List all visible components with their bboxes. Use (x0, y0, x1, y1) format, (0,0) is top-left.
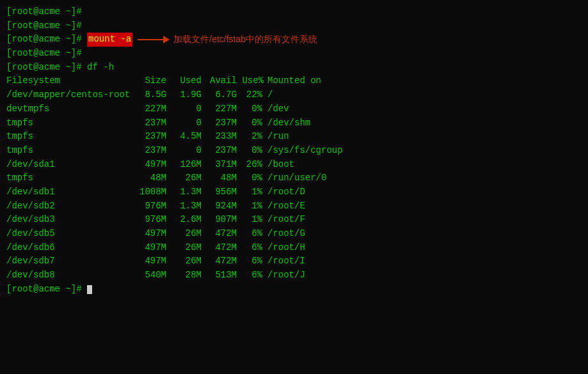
fs-size: 1008M (131, 185, 166, 199)
fs-mount: /boot (267, 158, 294, 172)
terminal-last-line: [root@acme ~]# (6, 283, 582, 297)
prompt: [root@acme ~]# df -h (6, 61, 114, 75)
df-row: /dev/sdb3 976M 2.6M 907M 1%/root/F (6, 213, 582, 227)
fs-name: /dev/sdb2 (6, 199, 131, 214)
fs-size: 48M (131, 171, 166, 185)
fs-name: /dev/sdb7 (6, 254, 131, 269)
df-row: tmpfs237M 0 237M 0%/dev/shm (6, 116, 582, 130)
fs-name: /dev/sdb8 (6, 269, 131, 283)
fs-avail: 237M (202, 116, 237, 130)
fs-size: 237M (131, 130, 166, 144)
fs-size: 8.5G (131, 88, 166, 102)
col-filesystem-header: Filesystem (6, 74, 131, 88)
fs-avail: 513M (202, 269, 237, 283)
fs-size: 540M (131, 269, 166, 283)
fs-size: 976M (131, 213, 166, 227)
df-row: /dev/sdb7 497M 26M 472M 6%/root/I (6, 254, 582, 269)
fs-used: 1.3M (166, 199, 202, 214)
fs-use: 0% (237, 171, 262, 185)
fs-avail: 472M (202, 227, 237, 241)
prompt: [root@acme ~]# (6, 19, 82, 33)
fs-avail: 233M (202, 130, 237, 144)
fs-mount: /run (267, 130, 289, 144)
fs-size: 237M (131, 144, 166, 158)
fs-mount: /dev (267, 102, 289, 116)
fs-use: 6% (237, 254, 262, 269)
arrow-head (163, 36, 170, 43)
fs-used: 26M (166, 171, 202, 185)
fs-size: 497M (131, 227, 166, 241)
fs-size: 976M (131, 199, 166, 214)
fs-name: tmpfs (6, 130, 131, 144)
prompt: [root@acme ~]# (6, 283, 87, 297)
df-row: /dev/sdb8 540M 28M 513M 6%/root/J (6, 269, 582, 283)
fs-avail: 237M (202, 144, 237, 158)
fs-name: /dev/mapper/centos-root (6, 88, 131, 102)
fs-used: 0 (166, 116, 202, 130)
fs-used: 2.6M (166, 213, 202, 227)
fs-avail: 6.7G (202, 88, 237, 102)
prompt: [root@acme ~]# (6, 47, 82, 61)
df-row: /dev/sdb2 976M 1.3M 924M 1%/root/E (6, 199, 582, 214)
fs-use: 1% (237, 213, 262, 227)
fs-name: devtmpfs (6, 102, 131, 116)
mount-command-line: [root@acme ~]# mount -a 加载文件/etc/fstab中的… (6, 33, 582, 47)
fs-mount: /run/user/0 (267, 171, 326, 185)
fs-used: 26M (166, 241, 202, 255)
fs-use: 26% (237, 158, 262, 172)
fs-size: 227M (131, 102, 166, 116)
col-mount-header: Mounted on (267, 74, 321, 88)
col-use-header: Use% (237, 74, 262, 88)
terminal: [root@acme ~]# [root@acme ~]# [root@acme… (0, 0, 588, 374)
fs-name: tmpfs (6, 116, 131, 130)
col-avail-header: Avail (202, 74, 237, 88)
fs-used: 0 (166, 144, 202, 158)
fs-use: 22% (237, 88, 262, 102)
fs-use: 2% (237, 130, 262, 144)
fs-size: 497M (131, 241, 166, 255)
fs-size: 497M (131, 158, 166, 172)
fs-use: 0% (237, 102, 262, 116)
fs-size: 497M (131, 254, 166, 269)
fs-avail: 371M (202, 158, 237, 172)
fs-used: 1.3M (166, 185, 202, 199)
fs-use: 1% (237, 185, 262, 199)
fs-mount: /root/H (267, 241, 305, 255)
prompt: [root@acme ~]# (6, 5, 82, 19)
col-used-header: Used (166, 74, 202, 88)
fs-used: 126M (166, 158, 202, 172)
df-row: /dev/sdb6 497M 26M 472M 6%/root/H (6, 241, 582, 255)
arrow-line (138, 39, 163, 40)
df-row: devtmpfs227M 0 227M 0%/dev (6, 102, 582, 116)
terminal-line: [root@acme ~]# (6, 5, 582, 19)
df-row: /dev/sdb11008M 1.3M 956M 1%/root/D (6, 185, 582, 199)
fs-avail: 48M (202, 171, 237, 185)
fs-mount: /root/F (267, 213, 305, 227)
fs-use: 0% (237, 144, 262, 158)
fs-mount: /root/J (267, 269, 305, 283)
fs-used: 4.5M (166, 130, 202, 144)
fs-used: 0 (166, 102, 202, 116)
fs-use: 6% (237, 241, 262, 255)
fs-name: /dev/sdb3 (6, 213, 131, 227)
fs-use: 0% (237, 116, 262, 130)
fs-mount: / (267, 88, 273, 102)
df-header: FilesystemSize Used Avail Use%Mounted on (6, 74, 582, 88)
df-row: tmpfs237M 4.5M 233M 2%/run (6, 130, 582, 144)
annotation-arrow (138, 36, 170, 43)
fs-use: 1% (237, 199, 262, 214)
df-command-line: [root@acme ~]# df -h (6, 61, 582, 75)
fs-avail: 472M (202, 254, 237, 269)
fs-avail: 924M (202, 199, 237, 214)
fs-name: /dev/sdb5 (6, 227, 131, 241)
fs-used: 28M (166, 269, 202, 283)
df-row: tmpfs 48M 26M 48M 0%/run/user/0 (6, 171, 582, 185)
df-row: /dev/sdb5 497M 26M 472M 6%/root/G (6, 227, 582, 241)
fs-used: 1.9G (166, 88, 202, 102)
terminal-line: [root@acme ~]# (6, 47, 582, 61)
col-size-header: Size (131, 74, 166, 88)
fs-mount: /root/D (267, 185, 305, 199)
cursor (87, 285, 92, 294)
fs-name: /dev/sdb6 (6, 241, 131, 255)
terminal-line: [root@acme ~]# (6, 19, 582, 33)
